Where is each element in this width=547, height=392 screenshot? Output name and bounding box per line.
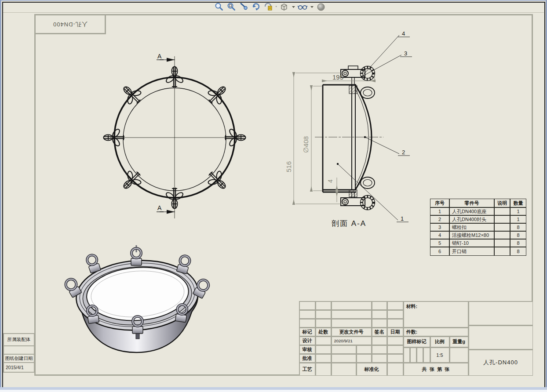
balloon-4[interactable]: 4 [402,30,405,37]
bom-cell: 8 [511,240,526,247]
tb-cell [372,355,387,362]
dimension-dia408[interactable] [311,86,322,191]
tb-approve: 批准 [300,355,315,362]
bom-table[interactable]: 序号 零件号 说明 数量 1 人孔DN400底座 1 2 人孔DN400封头 1… [430,199,526,256]
tb-cell [316,355,331,362]
tb-cell [357,355,371,362]
tb-cell [332,319,371,327]
tb-cell [300,319,315,327]
bom-cell: 6 [430,247,449,255]
tb-cell [332,363,356,375]
window-border-bottom-strip [0,390,547,392]
tb-drawing-title: 人孔-DN400 [469,350,532,375]
tb-cell [388,346,403,353]
tb-doc: 更改文件号 [332,328,371,336]
tb-cell [388,355,403,362]
bom-cell [495,216,510,223]
bom-cell [495,232,510,239]
tb-cell [332,302,371,309]
tb-material: 材料: [404,302,468,327]
bom-cell [495,247,510,255]
tb-cell [417,348,423,362]
tb-cell [404,348,409,362]
bom-cell: 人孔DN400封头 [450,216,494,223]
tb-dmark: 图样标记 [404,337,430,347]
tb-cell [450,348,468,362]
section-line-arrow-top[interactable]: A [157,53,175,62]
tb-cell [332,355,356,362]
tb-scale: 比例 [431,337,449,347]
bom-cell: 1 [511,208,526,215]
svg-text:A: A [157,53,162,60]
bom-cell: 1 [511,216,526,223]
bom-cell: 8 [511,247,526,255]
bom-cell [495,240,510,247]
title-block: 标记 处数 更改文件号 签名 日期 设计 2020/9/21 审核 批准 工艺 … [299,301,533,376]
tb-craft: 工艺 [300,363,315,375]
bom-cell [495,224,510,231]
tb-cell [357,346,371,353]
tb-pieces: 件数: [404,328,468,336]
tb-cell [372,302,387,309]
balloon-3[interactable]: 3 [404,50,407,57]
tb-weight: 重量g [450,337,468,347]
tb-cell [372,319,387,327]
tb-cell [316,363,331,375]
dim-dia-text[interactable]: ∅408 [302,136,310,153]
dim-195-text[interactable]: 195 [332,73,343,81]
bom-cell: 1 [430,208,449,215]
balloon-2[interactable]: 2 [402,149,405,156]
tb-cell [332,346,356,353]
section-view-label[interactable]: 剖面 A-A [332,219,366,228]
tb-cell [316,319,331,327]
iso-view[interactable] [64,245,210,352]
tb-cell [411,348,416,362]
window-border-top [0,0,547,1]
tb-check: 审核 [300,346,315,353]
tb-cell [316,346,331,353]
tb-design: 设计 [300,337,315,345]
bom-cell: 8 [511,232,526,239]
tb-cell [332,311,371,318]
bom-cell: 活接螺栓M12×80 [450,232,494,239]
bom-cell: 人孔DN400底座 [450,208,494,215]
bom-cell: 3 [430,224,449,231]
tb-qty: 处数 [316,328,331,336]
bom-cell: 开口销 [450,247,494,255]
tb-cell [388,363,403,375]
tb-cell [372,311,387,318]
bom-header: 数量 [511,199,526,207]
bom-cell: 5 [430,240,449,247]
tb-cell [372,337,387,345]
bom-cell: 螺栓扣 [450,224,494,231]
bom-cell: 销钉-10 [450,240,494,247]
bom-cell: 2 [430,216,449,223]
tb-design-date: 2020/9/21 [332,337,371,345]
bom-header: 序号 [430,199,449,207]
tb-std: 标准化 [357,363,387,375]
tb-cell [388,302,403,309]
svg-text:A: A [157,204,162,211]
bom-header: 说明 [495,199,510,207]
tb-sign: 签名 [372,328,387,336]
tb-cell [469,326,532,349]
tb-date: 日期 [388,328,403,336]
tb-scale-value: 1:5 [431,348,449,362]
tb-cell [424,348,430,362]
tb-sheets: 共 张 第 张 [404,363,468,375]
dim-516-text[interactable]: 516 [285,161,292,172]
tb-cell [388,311,403,318]
tb-cell [316,302,331,309]
tb-cell [300,302,315,309]
bom-cell [495,208,510,215]
tb-cell [388,319,403,327]
bom-header: 零件号 [450,199,494,207]
dim-4-text[interactable]: 4 [327,179,334,183]
tb-cell [372,346,387,353]
tb-cell [316,337,331,345]
balloon-1[interactable]: 1 [401,215,404,222]
top-view[interactable]: A A [104,53,246,218]
section-view[interactable]: 516 ∅408 195 4 [285,30,412,228]
tb-cell [388,337,403,345]
tb-cell [300,311,315,318]
